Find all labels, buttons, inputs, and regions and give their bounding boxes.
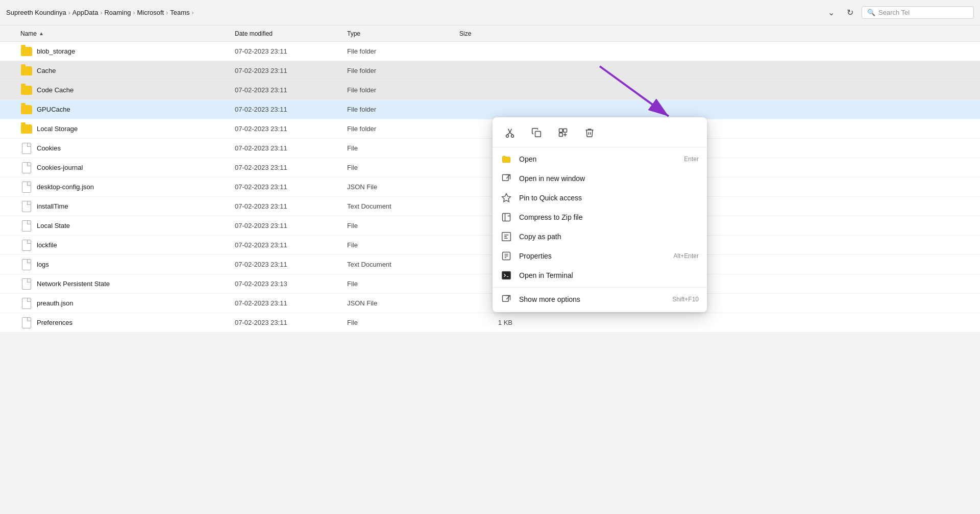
terminal-icon: [501, 270, 512, 281]
file-list: blob_storage07-02-2023 23:11File folderC…: [0, 42, 980, 332]
file-type: File folder: [347, 125, 459, 133]
ctx-pin-label: Pin to Quick access: [519, 194, 699, 202]
svg-rect-5: [559, 129, 563, 133]
ctx-show-more[interactable]: Show more options Shift+F10: [493, 290, 707, 309]
file-size: 1 KB: [459, 319, 521, 326]
table-row[interactable]: blob_storage07-02-2023 23:11File folder: [0, 42, 980, 61]
file-icon: [20, 142, 33, 155]
table-row[interactable]: Cookies-journal07-02-2023 23:11File0: [0, 158, 980, 177]
properties-icon: [501, 250, 512, 262]
search-box[interactable]: 🔍 Search Tel: [862, 6, 974, 19]
file-name: Code Cache: [37, 86, 235, 94]
ctx-open-shortcut: Enter: [684, 156, 699, 163]
file-date: 07-02-2023 23:11: [235, 106, 347, 113]
file-date: 07-02-2023 23:11: [235, 125, 347, 133]
file-icon: [20, 278, 33, 290]
title-bar: Supreeth Koundinya › AppData › Roaming ›…: [0, 0, 980, 25]
table-row[interactable]: installTime07-02-2023 23:11Text Document: [0, 197, 980, 216]
ctx-open-new-window-label: Open in new window: [519, 174, 699, 183]
file-date: 07-02-2023 23:11: [235, 86, 347, 94]
table-row[interactable]: lockfile07-02-2023 23:11File0: [0, 236, 980, 255]
file-type: File folder: [347, 47, 459, 55]
file-type: File: [347, 319, 459, 326]
ctx-properties-shortcut: Alt+Enter: [673, 252, 699, 260]
file-name: Cache: [37, 67, 235, 74]
table-row[interactable]: preauth.json07-02-2023 23:11JSON File26: [0, 294, 980, 313]
ctx-compress-zip[interactable]: Compress to Zip file: [493, 208, 707, 227]
col-header-name[interactable]: Name ▲: [20, 30, 235, 37]
ctx-properties[interactable]: Properties Alt+Enter: [493, 246, 707, 266]
table-row[interactable]: Code Cache07-02-2023 23:11File folder: [0, 81, 980, 100]
svg-rect-18: [502, 272, 511, 279]
col-header-size[interactable]: Size: [459, 30, 521, 37]
breadcrumb-sep-1: ›: [68, 9, 70, 16]
file-date: 07-02-2023 23:13: [235, 280, 347, 288]
file-icon: [20, 297, 33, 310]
ctx-open[interactable]: Open Enter: [493, 149, 707, 169]
breadcrumb-sep-4: ›: [166, 9, 168, 16]
ctx-paste-button[interactable]: [554, 124, 572, 141]
svg-rect-6: [564, 129, 567, 133]
folder-icon: [20, 84, 33, 96]
table-row[interactable]: Cache07-02-2023 23:11File folder: [0, 61, 980, 81]
breadcrumb-item-user[interactable]: Supreeth Koundinya: [6, 9, 66, 16]
dropdown-button[interactable]: ⌄: [824, 6, 839, 19]
breadcrumb-sep-3: ›: [133, 9, 135, 16]
pin-icon: [501, 192, 512, 203]
table-row[interactable]: Local Storage07-02-2023 23:11File folder: [0, 119, 980, 139]
file-name: Cookies: [37, 144, 235, 152]
file-icon: [20, 181, 33, 193]
breadcrumb-item-roaming[interactable]: Roaming: [104, 9, 131, 16]
table-row[interactable]: desktop-config.json07-02-2023 23:11JSON …: [0, 177, 980, 197]
file-date: 07-02-2023 23:11: [235, 241, 347, 249]
context-menu: Open Enter Open in new window Pin to Qui…: [493, 117, 707, 312]
file-icon: [20, 162, 33, 174]
table-row[interactable]: logs07-02-2023 23:11Text Document10: [0, 255, 980, 274]
svg-rect-7: [559, 133, 563, 137]
file-icon: [20, 220, 33, 232]
file-date: 07-02-2023 23:11: [235, 67, 347, 74]
ctx-pin-quick-access[interactable]: Pin to Quick access: [493, 188, 707, 208]
file-date: 07-02-2023 23:11: [235, 183, 347, 191]
ctx-open-terminal[interactable]: Open in Terminal: [493, 266, 707, 285]
breadcrumb-item-appdata[interactable]: AppData: [72, 9, 99, 16]
svg-marker-9: [502, 194, 511, 202]
ctx-open-new-window[interactable]: Open in new window: [493, 169, 707, 188]
breadcrumb-sep-5: ›: [191, 9, 193, 16]
search-icon: 🔍: [867, 9, 875, 16]
context-menu-divider: [493, 287, 707, 288]
svg-point-3: [511, 135, 514, 137]
file-date: 07-02-2023 23:11: [235, 164, 347, 171]
file-type: Text Document: [347, 261, 459, 268]
breadcrumb-item-teams[interactable]: Teams: [170, 9, 189, 16]
file-type: JSON File: [347, 299, 459, 307]
ctx-copy-path[interactable]: Copy as path: [493, 227, 707, 246]
breadcrumb-item-microsoft[interactable]: Microsoft: [137, 9, 164, 16]
file-name: Network Persistent State: [37, 280, 235, 288]
table-row[interactable]: Preferences07-02-2023 23:11File1 KB: [0, 313, 980, 332]
file-name: Preferences: [37, 319, 235, 326]
ctx-cut-button[interactable]: [501, 124, 519, 141]
file-name: lockfile: [37, 241, 235, 249]
col-header-date[interactable]: Date modified: [235, 30, 347, 37]
file-type: File: [347, 241, 459, 249]
table-row[interactable]: Cookies07-02-2023 23:11File2: [0, 139, 980, 158]
file-type: File: [347, 280, 459, 288]
folder-icon: [20, 45, 33, 58]
ctx-copy-button[interactable]: [527, 124, 546, 141]
column-headers: Name ▲ Date modified Type Size: [0, 25, 980, 42]
table-row[interactable]: Local State07-02-2023 23:11File: [0, 216, 980, 236]
file-name: Cookies-journal: [37, 164, 235, 171]
ctx-copy-path-label: Copy as path: [519, 233, 699, 241]
file-date: 07-02-2023 23:11: [235, 47, 347, 55]
refresh-button[interactable]: ↻: [843, 6, 857, 19]
svg-rect-4: [535, 132, 541, 137]
table-row[interactable]: GPUCache07-02-2023 23:11File folder: [0, 100, 980, 119]
file-type: File folder: [347, 67, 459, 74]
table-row[interactable]: Network Persistent State07-02-2023 23:13…: [0, 274, 980, 294]
ctx-open-terminal-label: Open in Terminal: [519, 271, 699, 279]
copy-path-icon: [501, 231, 512, 242]
file-icon: [20, 239, 33, 251]
ctx-delete-button[interactable]: [580, 124, 599, 141]
col-header-type[interactable]: Type: [347, 30, 459, 37]
